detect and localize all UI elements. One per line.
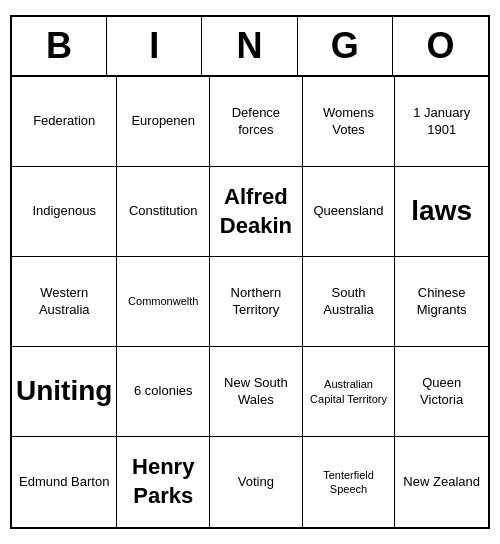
bingo-cell: Henry Parks (117, 437, 210, 527)
bingo-cell: Federation (12, 77, 117, 167)
header-letter: B (12, 17, 107, 75)
bingo-cell: Chinese Migrants (395, 257, 488, 347)
header-letter: I (107, 17, 202, 75)
bingo-cell: Indigenous (12, 167, 117, 257)
bingo-cell: Tenterfield Speech (303, 437, 396, 527)
header-letter: G (298, 17, 393, 75)
bingo-cell: Australian Capital Territory (303, 347, 396, 437)
bingo-cell: Commonwelth (117, 257, 210, 347)
bingo-cell: Womens Votes (303, 77, 396, 167)
bingo-card: BINGO FederationEuropenenDefence forcesW… (10, 15, 490, 529)
header-letter: O (393, 17, 488, 75)
bingo-cell: Alfred Deakin (210, 167, 303, 257)
bingo-cell: laws (395, 167, 488, 257)
bingo-cell: Constitution (117, 167, 210, 257)
bingo-cell: New Zealand (395, 437, 488, 527)
bingo-cell: Queen Victoria (395, 347, 488, 437)
bingo-cell: Europenen (117, 77, 210, 167)
bingo-cell: Northern Territory (210, 257, 303, 347)
bingo-cell: 1 January 1901 (395, 77, 488, 167)
bingo-cell: South Australia (303, 257, 396, 347)
bingo-cell: New South Wales (210, 347, 303, 437)
bingo-cell: Defence forces (210, 77, 303, 167)
header-letter: N (202, 17, 297, 75)
bingo-cell: Western Australia (12, 257, 117, 347)
bingo-cell: Voting (210, 437, 303, 527)
bingo-cell: Uniting (12, 347, 117, 437)
bingo-header: BINGO (12, 17, 488, 77)
bingo-cell: Queensland (303, 167, 396, 257)
bingo-cell: Edmund Barton (12, 437, 117, 527)
bingo-grid: FederationEuropenenDefence forcesWomens … (12, 77, 488, 527)
bingo-cell: 6 colonies (117, 347, 210, 437)
